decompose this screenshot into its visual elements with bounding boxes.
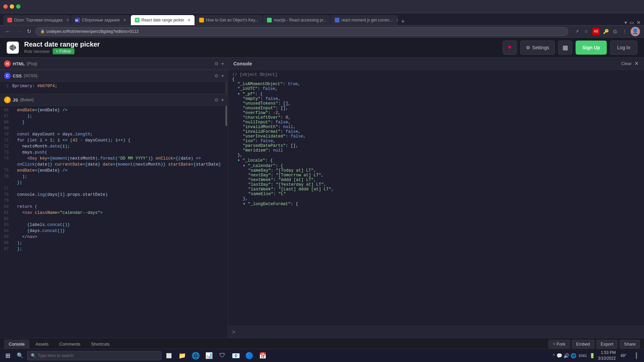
js-lang-sub: (Babel) bbox=[20, 98, 34, 102]
close-window-btn[interactable]: ✕ bbox=[637, 20, 641, 25]
system-tray: ^ 💬 🔊 🌐 ENG 🔋 bbox=[553, 353, 595, 358]
line-code-66: endDate={endDate} /> bbox=[12, 108, 226, 113]
tab-reactjs[interactable]: reactjs - React accessing pr... ✕ bbox=[263, 15, 330, 25]
js-line-87: 87 }; bbox=[0, 247, 228, 253]
language-indicator[interactable]: ENG bbox=[578, 354, 588, 358]
excel-icon[interactable]: 📊 bbox=[203, 350, 215, 362]
tab-shortcuts[interactable]: Shortcuts bbox=[87, 340, 114, 349]
show-desktop-btn[interactable] bbox=[631, 350, 641, 361]
js-line-77: 77 bbox=[0, 186, 228, 192]
window-maximize-btn[interactable] bbox=[16, 4, 20, 9]
tab-sborochnye[interactable]: W Сборочные задания ✕ bbox=[71, 15, 130, 25]
embed-button[interactable]: Embed bbox=[572, 340, 594, 348]
js-code-area[interactable]: 66 endDate={endDate} /> 67 ); 68 } 69 bbox=[0, 106, 228, 338]
console-close-button[interactable]: ✕ bbox=[634, 60, 639, 67]
clock-time: 1:53 PM bbox=[598, 350, 615, 356]
shield-icon[interactable]: 🛡 bbox=[216, 350, 228, 362]
adblock-icon[interactable]: AB bbox=[592, 28, 600, 35]
tab-favicon-sborochnye: W bbox=[75, 18, 80, 22]
console-line-25: "sameElse": "L" bbox=[232, 192, 640, 196]
js-chevron-icon[interactable]: ▾ bbox=[221, 97, 224, 103]
settings-icon[interactable]: ⋮ bbox=[621, 28, 628, 35]
css-chevron-icon[interactable]: ▾ bbox=[221, 73, 224, 78]
system-clock[interactable]: 1:53 PM 3/10/2022 bbox=[598, 350, 615, 361]
export-button[interactable]: Export bbox=[596, 340, 618, 348]
tab-codepen[interactable]: ✦ React date range picker ✕ bbox=[131, 15, 195, 25]
url-field[interactable]: 🔒 codepen.io/RobVermeer/pen/zBgdwg?edito… bbox=[35, 27, 568, 36]
taskbar-search-bar[interactable]: 🔍 bbox=[27, 351, 161, 360]
weather-widget[interactable]: 48° bbox=[619, 353, 629, 358]
html-gear-icon[interactable]: ⚙ bbox=[214, 61, 219, 66]
console-header-right: Clear ✕ bbox=[621, 60, 639, 67]
clear-button[interactable]: Clear bbox=[621, 61, 632, 66]
codepen-title-section: React date range picker Rob Vermeer + Fo… bbox=[24, 41, 100, 54]
tab-close-reactjs[interactable]: ✕ bbox=[330, 18, 330, 22]
star-icon[interactable]: ☆ bbox=[583, 28, 590, 35]
calendar-icon[interactable]: 📅 bbox=[257, 350, 269, 362]
forward-btn[interactable]: → bbox=[15, 27, 23, 36]
window-minimize-btn[interactable] bbox=[10, 4, 14, 9]
volume-icon[interactable]: 🔊 bbox=[564, 353, 569, 358]
layout-icon: ▦ bbox=[562, 44, 568, 51]
tab-comments[interactable]: Comments bbox=[55, 340, 85, 349]
back-btn[interactable]: ← bbox=[4, 27, 12, 36]
reload-btn[interactable]: ↻ bbox=[25, 27, 33, 36]
tab-close-moment[interactable]: ✕ bbox=[396, 18, 398, 22]
fork-button[interactable]: ⑂ ⑂ Fork Fork bbox=[548, 340, 570, 348]
chrome-icon[interactable]: 🌐 bbox=[190, 350, 202, 362]
console-line-14: "iso": false, bbox=[232, 139, 640, 143]
file-explorer-icon[interactable]: 📁 bbox=[176, 350, 188, 362]
show-hidden-icon[interactable]: ^ bbox=[553, 353, 555, 358]
tab-moment[interactable]: react moment js get curren... ✕ bbox=[331, 15, 398, 25]
css-gear-icon[interactable]: ⚙ bbox=[214, 73, 219, 78]
line-num-73: 73 bbox=[1, 150, 12, 155]
battery-icon[interactable]: 🔋 bbox=[589, 353, 595, 358]
tab-label-codepen: React date range picker bbox=[142, 18, 184, 22]
tab-howto[interactable]: How to Get an Object's Key... ✕ bbox=[195, 15, 262, 25]
js-gear-icon[interactable]: ⚙ bbox=[214, 97, 219, 103]
new-tab-btn[interactable]: + bbox=[398, 18, 408, 25]
google-icon[interactable]: G bbox=[612, 28, 619, 35]
network-icon[interactable]: 🌐 bbox=[571, 353, 576, 358]
taskbar-search-input[interactable] bbox=[38, 353, 158, 358]
html-chevron-icon[interactable]: ▾ bbox=[221, 61, 224, 66]
tab-close-codepen[interactable]: ✕ bbox=[187, 18, 191, 22]
tab-close-sborochnye[interactable]: ✕ bbox=[123, 18, 126, 22]
fork-icon: ⑂ bbox=[553, 342, 555, 347]
line-code-72: nextsMonth.date(i); bbox=[12, 144, 226, 149]
console-input[interactable] bbox=[237, 330, 640, 335]
css-editor-header-right: ⚙ ▾ bbox=[214, 73, 224, 78]
outlook-icon[interactable]: 📧 bbox=[230, 350, 242, 362]
console-panel: Console Clear ✕ // [object Object] { "_i… bbox=[228, 58, 644, 338]
tab-favicon-moment bbox=[335, 18, 339, 22]
tab-close-howto[interactable]: ✕ bbox=[262, 18, 262, 22]
css-code-area[interactable]: 1 $primary: #b670f4; bbox=[0, 82, 228, 94]
keepassxc-icon[interactable]: 🔑 bbox=[602, 28, 609, 35]
console-line-23: "lastDay": "[Yesterday at] LT", bbox=[232, 182, 640, 187]
heart-button[interactable]: ♥ bbox=[503, 41, 517, 55]
messaging-icon[interactable]: 💬 bbox=[556, 353, 562, 358]
console-line-17: }, bbox=[232, 153, 640, 158]
follow-button[interactable]: + Follow bbox=[53, 48, 74, 54]
share-button[interactable]: Share bbox=[620, 340, 640, 348]
profile-avatar[interactable]: 👤 bbox=[631, 27, 640, 36]
signup-button[interactable]: Sign Up bbox=[576, 41, 607, 55]
tab-assets[interactable]: Assets bbox=[31, 340, 53, 349]
tab-console[interactable]: Console bbox=[4, 340, 30, 349]
line-num-67: 67 bbox=[1, 114, 12, 119]
tab-ozon[interactable]: Ozon: Торговая площадка ✕ bbox=[3, 15, 70, 25]
extensions-icon[interactable]: ↗ bbox=[574, 28, 580, 35]
start-button[interactable]: ⊞ bbox=[3, 351, 13, 361]
layout-button[interactable]: ▦ bbox=[558, 41, 572, 55]
settings-button[interactable]: ⚙ Settings bbox=[520, 41, 555, 55]
tab-close-ozon[interactable]: ✕ bbox=[66, 18, 69, 22]
css-scrollbar bbox=[225, 82, 227, 94]
login-button[interactable]: Log In bbox=[610, 41, 637, 55]
tab-list-btn[interactable]: ▾ bbox=[625, 20, 627, 25]
window-close-btn[interactable] bbox=[3, 4, 8, 9]
search-trigger[interactable]: 🔍 bbox=[14, 350, 26, 361]
edge-icon[interactable]: 🔵 bbox=[243, 350, 255, 362]
restore-btn[interactable]: ▭ bbox=[630, 20, 634, 25]
line-num-66: 66 bbox=[1, 108, 12, 113]
task-view-icon[interactable]: ⬜ bbox=[163, 350, 175, 362]
